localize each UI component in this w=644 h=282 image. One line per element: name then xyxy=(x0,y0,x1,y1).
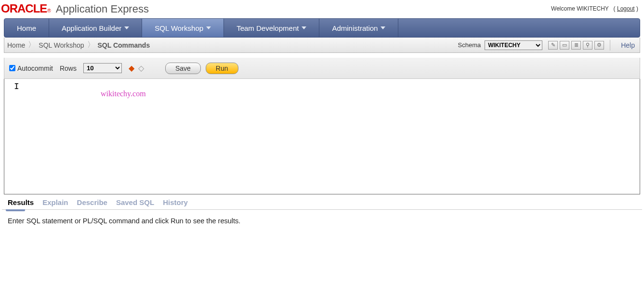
run-button[interactable]: Run xyxy=(206,63,238,74)
nav-team-development[interactable]: Team Development xyxy=(224,19,319,37)
brand-logo: ORACLE ® Application Express xyxy=(1,2,149,15)
brand-registered: ® xyxy=(47,8,51,13)
nav-label: Home xyxy=(17,24,36,32)
schema-label: Schema xyxy=(458,41,481,49)
window-icon[interactable]: ▭ xyxy=(560,41,569,50)
breadcrumb-item[interactable]: SQL Workshop xyxy=(39,41,84,49)
welcome-prefix: Welcome xyxy=(551,5,577,12)
separator xyxy=(610,40,610,51)
breadcrumb-separator-icon: 〉 xyxy=(87,40,95,50)
brand-sub: Application Express xyxy=(56,3,149,15)
format-icon[interactable]: ◇ xyxy=(138,64,144,73)
result-message: Enter SQL statement or PL/SQL command an… xyxy=(0,211,644,231)
autocommit-label: Autocommit xyxy=(17,64,53,72)
clear-icon[interactable]: ◆ xyxy=(129,64,134,73)
tab-saved-sql[interactable]: Saved SQL xyxy=(116,198,154,208)
autocommit-input[interactable] xyxy=(9,65,15,71)
list-icon[interactable]: ≣ xyxy=(571,41,581,50)
breadcrumb-item[interactable]: Home xyxy=(7,41,25,49)
chevron-down-icon xyxy=(124,26,129,29)
nav-sql-workshop[interactable]: SQL Workshop xyxy=(142,19,224,37)
chevron-down-icon xyxy=(381,26,385,29)
nav-label: SQL Workshop xyxy=(155,24,203,32)
nav-label: Application Builder xyxy=(62,24,121,32)
autocommit-checkbox[interactable]: Autocommit xyxy=(9,64,53,72)
tab-results[interactable]: Results xyxy=(8,198,34,208)
nav-administration[interactable]: Administration xyxy=(319,19,398,37)
result-tabs: Results Explain Describe Saved SQL Histo… xyxy=(2,194,642,210)
breadcrumb-bar: Home 〉 SQL Workshop 〉 SQL Commands Schem… xyxy=(4,38,640,53)
help-link[interactable]: Help xyxy=(621,41,635,49)
logout-link[interactable]: Logout xyxy=(617,5,635,12)
search-icon[interactable]: ⚲ xyxy=(583,41,592,50)
welcome-user: WIKITECHY xyxy=(577,5,608,12)
breadcrumb-separator-icon: 〉 xyxy=(28,40,36,50)
schema-select[interactable]: WIKITECHY xyxy=(485,40,542,50)
breadcrumb-current: SQL Commands xyxy=(98,41,150,49)
chevron-down-icon xyxy=(302,26,306,29)
tab-explain[interactable]: Explain xyxy=(42,198,68,208)
nav-home[interactable]: Home xyxy=(4,19,49,37)
tab-history[interactable]: History xyxy=(163,198,188,208)
tab-describe[interactable]: Describe xyxy=(77,198,107,208)
rows-select[interactable]: 10 xyxy=(83,63,122,73)
nav-application-builder[interactable]: Application Builder xyxy=(49,19,142,37)
header-user-area: Welcome WIKITECHY ( Logout ) xyxy=(551,5,638,12)
tool-icon-row: ✎ ▭ ≣ ⚲ ⚙ xyxy=(548,41,604,50)
gear-icon[interactable]: ⚙ xyxy=(594,41,604,50)
chevron-down-icon xyxy=(206,26,211,29)
sql-toolbar: Autocommit Rows 10 ◆ ◇ Save Run xyxy=(4,58,640,79)
nav-label: Team Development xyxy=(237,24,299,32)
main-nav: Home Application Builder SQL Workshop Te… xyxy=(4,18,640,38)
toolbar-buttons: Save Run xyxy=(165,63,238,74)
brand-main: ORACLE xyxy=(1,2,47,15)
rows-label: Rows xyxy=(60,64,77,72)
header-bar: ORACLE ® Application Express Welcome WIK… xyxy=(0,0,644,18)
toolbar-mini-icons: ◆ ◇ xyxy=(129,64,144,73)
save-button[interactable]: Save xyxy=(165,63,201,74)
watermark-text: wikitechy.com xyxy=(101,90,146,98)
sql-editor[interactable]: I wikitechy.com xyxy=(4,79,640,194)
nav-label: Administration xyxy=(332,24,378,32)
breadcrumb-tools: Schema WIKITECHY ✎ ▭ ≣ ⚲ ⚙ Help xyxy=(458,40,637,51)
edit-icon[interactable]: ✎ xyxy=(548,41,558,50)
text-cursor-icon: I xyxy=(14,82,19,91)
breadcrumb: Home 〉 SQL Workshop 〉 SQL Commands xyxy=(7,40,150,50)
